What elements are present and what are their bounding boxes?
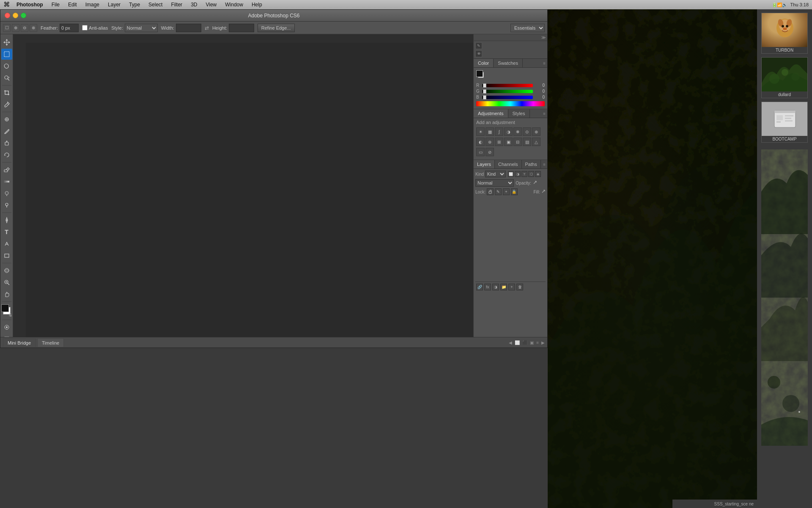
healing-brush-tool[interactable] [1,114,12,125]
menu-3d[interactable]: 3D [189,2,199,8]
fg-color-preview[interactable] [476,70,483,77]
bottom-fullscreen-icon[interactable]: ▣ [530,340,534,345]
menu-help[interactable]: Help [250,2,264,8]
thumbnail-turbon[interactable]: TURBON [761,13,808,54]
quick-mask-mode[interactable] [1,322,12,333]
adj-panel-menu-icon[interactable]: ≡ [543,111,546,116]
history-brush-tool[interactable] [1,149,12,160]
photo-filter-icon[interactable]: ⊛ [486,138,494,146]
add-selection-icon[interactable]: ⊕ [12,24,19,32]
levels-icon[interactable]: ▦ [486,127,494,136]
height-input[interactable] [229,24,254,32]
color-balance-icon[interactable]: ⊕ [532,127,540,136]
vibrance-icon[interactable]: ❋ [513,127,522,136]
brush-tool[interactable] [1,126,12,137]
menu-layer[interactable]: Layer [106,2,122,8]
r-slider-thumb[interactable] [483,83,486,88]
delete-layer-icon[interactable]: 🗑 [516,284,523,290]
black-white-icon[interactable]: ◐ [476,138,485,146]
path-select-tool[interactable] [1,238,12,249]
create-layer-icon[interactable]: + [508,284,515,290]
width-input[interactable] [176,24,201,32]
menu-edit[interactable]: Edit [66,2,79,8]
bottom-page-icon[interactable]: ⬜ [515,340,520,345]
b-slider-thumb[interactable] [483,95,486,99]
zoom-tool[interactable] [1,277,12,288]
thumbnail-bootcamp[interactable]: BOOTCAMP [761,102,808,143]
minimize-button[interactable] [13,13,18,18]
menu-select[interactable]: Select [147,2,164,8]
new-selection-icon[interactable]: ☐ [3,24,11,32]
menu-type[interactable]: Type [127,2,142,8]
tab-channels[interactable]: Channels [495,160,521,168]
apple-menu-icon[interactable]: ⌘ [3,1,10,8]
filter-smart-icon[interactable]: ◈ [535,171,541,177]
quick-select-tool[interactable] [1,72,12,83]
anti-alias-group[interactable]: Anti-alias [82,25,108,30]
color-panel-menu-icon[interactable]: ≡ [543,61,546,66]
g-slider-thumb[interactable] [483,89,486,94]
close-button[interactable] [5,13,10,18]
type-tool[interactable]: T [1,226,12,237]
bottom-collapse-left[interactable]: ◀ [509,340,512,345]
menu-file[interactable]: File [50,2,61,8]
refine-edge-button[interactable]: Refine Edge... [258,24,295,32]
canvas-area[interactable] [13,34,473,347]
blend-mode-select[interactable]: Normal Dissolve Multiply Screen Overlay [475,179,514,187]
gradient-tool[interactable] [1,176,12,187]
layers-panel-menu-icon[interactable]: ≡ [543,162,546,167]
tab-layers[interactable]: Layers [474,160,495,168]
move-tool[interactable] [1,37,12,48]
link-layers-icon[interactable]: 🔗 [476,284,483,290]
menu-image[interactable]: Image [84,2,101,8]
dodge-tool[interactable] [1,200,12,211]
collapse-panel-icon[interactable]: ≫ [541,35,546,40]
bottom-collapse-right[interactable]: ▶ [541,340,545,345]
3d-rotate-tool[interactable] [1,265,12,276]
pen-tool[interactable] [1,215,12,226]
color-lookup-icon[interactable]: ▣ [504,138,513,146]
anti-alias-checkbox[interactable] [82,25,88,30]
tab-adjustments[interactable]: Adjustments [474,109,508,118]
lock-all[interactable]: 🔒 [511,188,518,195]
lock-position[interactable]: + [503,188,510,195]
mini-bridge-tab[interactable]: Mini Bridge [3,338,36,347]
menu-photoshop[interactable]: Photoshop [15,2,45,8]
lock-transparent-pixels[interactable] [487,188,494,195]
filter-shape-icon[interactable]: ⬡ [528,171,534,177]
filter-adj-icon[interactable]: ◑ [515,171,521,177]
mini-tool-eye[interactable]: 👁 [475,50,482,57]
crop-tool[interactable] [1,87,12,98]
color-spectrum-bar[interactable] [476,101,545,106]
clone-stamp-tool[interactable] [1,138,12,149]
posterize-icon[interactable]: ▤ [523,138,531,146]
eyedropper-tool[interactable] [1,99,12,110]
swap-colors-icon[interactable] [8,313,12,317]
add-style-icon[interactable]: fx [484,284,491,290]
filter-type-icon[interactable]: T [521,171,527,177]
maximize-button[interactable] [21,13,26,18]
style-select[interactable]: Normal Fixed Ratio Fixed Size [125,24,158,32]
lock-image-pixels[interactable]: ✎ [495,188,502,195]
foreground-color-swatch[interactable] [1,304,9,312]
swap-icon[interactable]: ⇄ [205,25,209,31]
brightness-contrast-icon[interactable]: ☀ [476,127,485,136]
subtract-selection-icon[interactable]: ⊖ [21,24,28,32]
blur-tool[interactable] [1,188,12,199]
timeline-tab[interactable]: Timeline [37,338,64,347]
hue-sat-icon[interactable]: ⊙ [523,127,531,136]
foreground-background-colors[interactable] [1,304,12,317]
kind-select[interactable]: Kind Name Effect [485,171,506,177]
rectangle-tool[interactable] [1,250,12,261]
marquee-tool[interactable] [1,49,12,60]
exposure-icon[interactable]: ◑ [504,127,513,136]
lasso-tool[interactable] [1,61,12,72]
menu-filter[interactable]: Filter [169,2,184,8]
tab-color[interactable]: Color [474,59,494,67]
feather-input[interactable] [60,24,79,32]
intersect-selection-icon[interactable]: ⊗ [30,24,37,32]
bottom-settings-icon[interactable]: ≡ [536,340,539,345]
invert-icon[interactable]: ⊟ [513,138,522,146]
add-mask-icon[interactable]: ◑ [492,284,499,290]
filter-pixel-icon[interactable]: ⬜ [508,171,514,177]
